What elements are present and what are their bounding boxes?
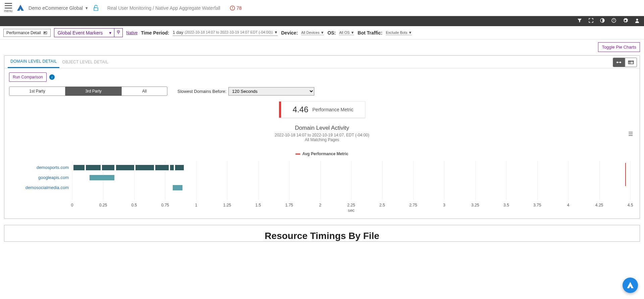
x-tick-label: 3.25	[471, 203, 479, 207]
x-tick-label: 2.5	[379, 203, 385, 207]
user-icon[interactable]	[634, 18, 640, 25]
time-period-label: Time Period:	[141, 30, 169, 36]
app-selector[interactable]: Demo eCommerce Global ▼	[29, 5, 89, 11]
metric-label: Performance Metric	[312, 107, 353, 112]
domain-label[interactable]: googleapis.com	[12, 175, 69, 180]
chart-menu-icon[interactable]: ☰	[628, 131, 633, 137]
chevron-down-icon: ▼	[351, 31, 354, 35]
chevron-down-icon: ▼	[274, 30, 278, 34]
legend-label: Avg Performance Metric	[302, 152, 348, 156]
svg-rect-14	[620, 62, 621, 63]
segment-1st-party[interactable]: 1st Party	[9, 86, 65, 96]
svg-point-10	[118, 31, 119, 32]
resource-timings-title: Resource Timings By File	[4, 231, 640, 241]
alert-count: 78	[236, 5, 242, 11]
pin-icon	[116, 29, 121, 35]
os-value: All OS	[339, 31, 350, 35]
menu-label: menu	[4, 9, 12, 13]
global-event-markers-select[interactable]: Global Event Markers ▼	[54, 28, 115, 37]
bot-value: Exclude Bots	[386, 31, 407, 35]
bot-label: Bot Traffic:	[358, 30, 382, 36]
party-segment: 1st Party 3rd Party All	[9, 86, 167, 96]
info-icon[interactable]: i	[49, 74, 55, 80]
tab-domain-level-detail[interactable]: DOMAIN LEVEL DETAIL	[8, 56, 59, 68]
time-period-detail: (2022-10-18 14:07 to 2022-10-19 14:07 ED…	[185, 30, 273, 34]
segment-all[interactable]: All	[122, 86, 167, 96]
filter-icon[interactable]	[577, 18, 582, 24]
x-tick-label: 4.25	[595, 203, 603, 207]
performance-detail-button[interactable]: Performance Detail	[3, 29, 51, 37]
svg-rect-8	[44, 32, 46, 33]
view-toggle-timeline[interactable]	[613, 58, 625, 67]
unlock-icon[interactable]	[93, 4, 99, 12]
chart-title: Domain Level Activity	[9, 125, 635, 131]
device-select[interactable]: All Devices▼	[301, 31, 324, 35]
brand-logo-icon	[16, 4, 24, 12]
menu-button[interactable]: menu	[4, 3, 12, 13]
x-tick-label: 2.25	[347, 203, 355, 207]
slowest-label: Slowest Domains Before:	[177, 89, 226, 94]
hamburger-icon	[5, 3, 12, 8]
x-tick-label: 1.5	[255, 203, 261, 207]
x-axis-title: sec	[348, 208, 355, 213]
alert-badge[interactable]: 78	[230, 5, 242, 11]
help-icon[interactable]: ?	[611, 18, 616, 24]
x-tick-label: 1.75	[285, 203, 293, 207]
x-tick-label: 3.75	[533, 203, 541, 207]
x-tick-label: 0.5	[131, 203, 137, 207]
svg-point-2	[232, 9, 233, 9]
chart-subtitle-2: All Matching Pages	[9, 137, 635, 142]
toggle-pie-charts-button[interactable]: Toggle Pie Charts	[598, 42, 640, 52]
x-tick-label: 0.75	[161, 203, 169, 207]
view-toggle-table[interactable]	[625, 58, 637, 67]
x-tick-label: 0	[71, 203, 73, 207]
svg-rect-13	[617, 62, 618, 63]
chevron-down-icon: ▼	[106, 31, 114, 35]
global-markers-label: Global Event Markers	[54, 29, 106, 37]
x-tick-label: 2	[319, 203, 321, 207]
slowest-domains-select[interactable]: 120 Seconds	[228, 87, 314, 96]
pin-button[interactable]	[114, 28, 123, 37]
domain-bar[interactable]	[90, 175, 114, 180]
resource-timings-panel: Resource Timings By File	[4, 225, 640, 242]
breadcrumb: Real User Monitoring / Native App Aggreg…	[107, 5, 220, 11]
os-select[interactable]: All OS▼	[339, 31, 354, 35]
alert-icon	[230, 5, 235, 11]
x-tick-label: 1	[195, 203, 197, 207]
domain-activity-chart: 00.250.50.7511.251.51.7522.252.52.7533.2…	[12, 161, 632, 212]
device-label: Device:	[281, 30, 298, 36]
time-period-select[interactable]: 1 day (2022-10-18 14:07 to 2022-10-19 14…	[173, 30, 278, 36]
chart-subtitle-1: 2022-10-18 14:07 to 2022-10-19 14:07, ED…	[9, 133, 635, 137]
x-tick-label: 3.5	[503, 203, 509, 207]
svg-point-6	[636, 18, 638, 20]
legend-line-icon	[296, 154, 300, 155]
domain-label[interactable]: demosocialmedia.com	[12, 185, 69, 190]
domain-bar[interactable]	[173, 185, 183, 190]
run-comparison-button[interactable]: Run Comparison	[9, 72, 47, 82]
svg-rect-15	[629, 61, 634, 64]
gear-icon[interactable]	[623, 18, 628, 25]
fullscreen-icon[interactable]	[588, 18, 594, 24]
x-tick-label: 4	[567, 203, 570, 207]
contrast-icon[interactable]	[600, 18, 605, 24]
chart-legend: Avg Performance Metric	[9, 152, 635, 156]
tab-object-level-detail[interactable]: OBJECT LEVEL DETAIL	[59, 56, 111, 68]
x-tick-label: 2.75	[409, 203, 417, 207]
x-tick-label: 1.25	[223, 203, 231, 207]
time-period-main: 1 day	[173, 30, 183, 35]
metric-value: 4.46	[293, 105, 309, 114]
x-tick-label: 3	[443, 203, 445, 207]
chevron-down-icon: ▼	[85, 6, 89, 10]
device-value: All Devices	[301, 31, 319, 35]
domain-bar[interactable]	[73, 165, 184, 170]
native-link[interactable]: Native	[126, 31, 138, 35]
avg-performance-line	[625, 163, 626, 186]
chevron-down-icon: ▼	[408, 31, 412, 35]
app-name: Demo eCommerce Global	[29, 5, 83, 11]
domain-label[interactable]: demosports.com	[12, 165, 69, 170]
popout-icon	[43, 31, 48, 35]
bot-select[interactable]: Exclude Bots▼	[386, 31, 412, 35]
segment-3rd-party[interactable]: 3rd Party	[65, 86, 122, 96]
x-tick-label: 4.5	[628, 203, 633, 207]
svg-text:?: ?	[613, 19, 615, 22]
